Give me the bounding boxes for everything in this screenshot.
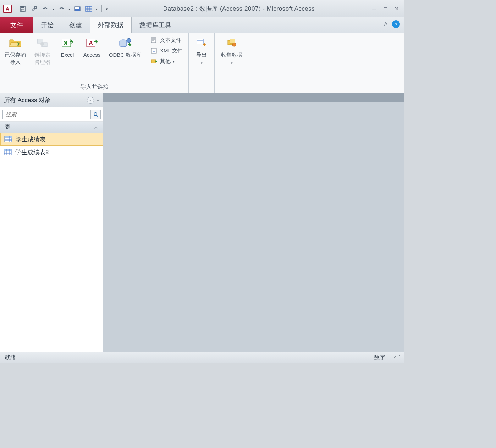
nav-filter-dropdown-icon[interactable]: ▾	[87, 97, 94, 104]
odbc-icon	[118, 37, 132, 49]
navigation-pane: 所有 Access 对象 ▾ « 表 ︽ 学生成绩表 学生成绩	[0, 93, 103, 352]
content-header-strip	[103, 93, 404, 102]
ribbon-group-collect: 收集数据 ▾	[215, 33, 249, 93]
separator	[371, 354, 371, 362]
svg-rect-2	[21, 9, 24, 11]
app-window: A ▾ ▾ ▾ ▾ Da	[0, 0, 404, 363]
tab-home[interactable]: 开始	[33, 17, 61, 33]
table-dropdown-icon[interactable]: ▾	[96, 7, 98, 11]
separator	[388, 354, 388, 362]
maximize-button[interactable]: ▢	[381, 6, 389, 12]
ribbon: 已保存的 导入 链接表 管理器 Excel A	[0, 33, 404, 93]
collect-icon	[225, 37, 239, 49]
nav-group-tables[interactable]: 表 ︽	[0, 122, 103, 133]
export-button[interactable]: 导出 ▾	[192, 35, 211, 66]
button-label: 已保存的 导入	[5, 51, 26, 65]
nav-item-table[interactable]: 学生成绩表2	[0, 146, 103, 158]
collect-data-button[interactable]: 收集数据 ▾	[217, 35, 246, 66]
nav-header[interactable]: 所有 Access 对象 ▾ «	[0, 93, 103, 107]
tab-external-data[interactable]: 外部数据	[90, 17, 132, 33]
search-input[interactable]	[2, 110, 91, 119]
resize-grip[interactable]	[394, 355, 400, 361]
svg-point-13	[40, 42, 44, 46]
redo-icon[interactable]	[57, 5, 66, 13]
svg-point-18	[127, 38, 131, 43]
body: 所有 Access 对象 ▾ « 表 ︽ 学生成绩表 学生成绩	[0, 93, 404, 352]
save-icon[interactable]	[18, 5, 27, 13]
ribbon-group-import: 已保存的 导入 链接表 管理器 Excel A	[0, 33, 189, 93]
nav-item-table[interactable]: 学生成绩表	[0, 133, 103, 146]
group-label	[192, 89, 211, 92]
svg-rect-19	[151, 38, 156, 43]
svg-rect-30	[230, 39, 235, 43]
svg-rect-26	[197, 39, 203, 44]
svg-point-32	[94, 113, 97, 116]
undo-icon[interactable]	[41, 5, 50, 13]
tab-create[interactable]: 创建	[61, 17, 90, 33]
table-icon[interactable]	[84, 5, 93, 13]
nav-collapse-icon[interactable]: «	[97, 97, 99, 103]
excel-import-button[interactable]: Excel	[57, 35, 78, 60]
other-icon	[150, 58, 158, 65]
svg-rect-6	[86, 6, 92, 11]
tab-file[interactable]: 文件	[0, 17, 33, 33]
svg-rect-5	[75, 7, 79, 9]
excel-icon	[60, 37, 75, 49]
dropdown-icon: ▾	[231, 61, 233, 65]
button-label: 收集数据	[221, 51, 242, 58]
quick-access-toolbar: ▾ ▾ ▾ ▾	[18, 5, 108, 13]
button-label: 文本文件	[160, 37, 181, 44]
svg-rect-35	[5, 136, 12, 138]
redo-dropdown-icon[interactable]: ▾	[68, 7, 70, 11]
statusbar: 就绪 数字	[0, 352, 404, 363]
svg-rect-4	[75, 7, 80, 11]
button-label: ODBC 数据库	[109, 51, 142, 58]
titlebar: A ▾ ▾ ▾ ▾ Da	[0, 0, 404, 17]
dropdown-icon: ▾	[173, 60, 175, 63]
button-label: 导出	[196, 51, 207, 58]
svg-text:A: A	[89, 40, 93, 46]
odbc-import-button[interactable]: ODBC 数据库	[106, 35, 144, 60]
nav-search	[0, 107, 103, 122]
undo-dropdown-icon[interactable]: ▾	[53, 7, 54, 11]
help-icon[interactable]: ?	[392, 20, 400, 28]
search-button[interactable]	[91, 110, 101, 119]
svg-rect-1	[21, 6, 24, 8]
table-icon	[4, 149, 12, 155]
separator	[101, 5, 102, 12]
button-label: Excel	[61, 51, 74, 58]
tab-database-tools[interactable]: 数据库工具	[132, 17, 179, 33]
import-more-stack: 文本文件 <> XML 文件 其他 ▾	[147, 35, 186, 66]
nav-title: 所有 Access 对象	[4, 96, 86, 104]
close-button[interactable]: ✕	[393, 6, 401, 12]
xml-file-button[interactable]: <> XML 文件	[149, 46, 184, 55]
xml-file-icon: <>	[150, 47, 158, 54]
svg-point-31	[232, 43, 236, 46]
compact-repair-icon[interactable]	[30, 5, 38, 13]
chevron-up-icon: ︽	[94, 124, 99, 130]
database-icon[interactable]	[73, 5, 82, 13]
text-file-icon	[150, 37, 158, 44]
saved-imports-button[interactable]: 已保存的 导入	[3, 35, 27, 67]
linked-table-icon	[35, 37, 49, 49]
ribbon-collapse-icon[interactable]: ᐱ	[384, 21, 388, 28]
other-import-button[interactable]: 其他 ▾	[149, 57, 184, 66]
button-label: Access	[83, 51, 100, 58]
text-file-button[interactable]: 文本文件	[149, 36, 184, 44]
button-label: XML 文件	[160, 47, 183, 54]
app-icon: A	[3, 5, 12, 13]
access-import-button[interactable]: A Access	[81, 35, 103, 60]
table-icon	[4, 136, 12, 142]
ribbon-tabs: 文件 开始 创建 外部数据 数据库工具 ᐱ ?	[0, 17, 404, 33]
svg-text:<>: <>	[153, 50, 155, 52]
svg-rect-14	[62, 39, 71, 47]
window-title: Database2 : 数据库 (Access 2007) - Microsof…	[108, 5, 370, 13]
group-label: 导入并链接	[3, 82, 186, 92]
svg-point-3	[34, 6, 37, 9]
svg-rect-41	[4, 149, 11, 151]
button-label: 链接表 管理器	[34, 51, 50, 65]
button-label: 其他	[160, 58, 171, 65]
linked-table-manager-button: 链接表 管理器	[30, 35, 54, 67]
minimize-button[interactable]: ─	[370, 6, 378, 12]
svg-line-33	[97, 115, 98, 117]
